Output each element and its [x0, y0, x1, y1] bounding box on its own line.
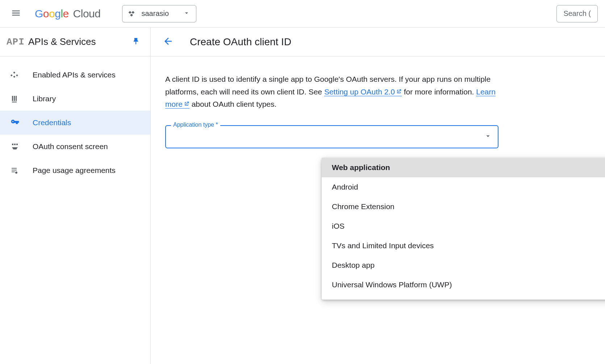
back-button[interactable]: [161, 35, 175, 49]
application-type-dropdown: Web application Android Chrome Extension…: [322, 158, 605, 300]
sidebar-item-library[interactable]: Library: [0, 87, 150, 111]
dropdown-option-uwp[interactable]: Universal Windows Platform (UWP): [322, 275, 605, 295]
sidebar-item-label: Credentials: [33, 118, 71, 127]
dropdown-option-chrome-extension[interactable]: Chrome Extension: [322, 197, 605, 216]
project-name: saarasio: [141, 9, 177, 18]
sidebar-header: API APIs & Services: [0, 27, 150, 56]
dropdown-option-web-application[interactable]: Web application: [322, 158, 605, 177]
sidebar-item-label: OAuth consent screen: [33, 142, 108, 151]
sidebar-title: APIs & Services: [28, 36, 129, 47]
search-box[interactable]: Search (: [556, 5, 598, 22]
project-picker[interactable]: saarasio: [122, 5, 196, 22]
api-badge: API: [7, 37, 28, 47]
main-content: Create OAuth client ID A client ID is us…: [151, 27, 605, 364]
consent-icon: [9, 141, 20, 152]
pin-icon: [132, 37, 140, 47]
arrow-left-icon: [163, 36, 174, 48]
google-cloud-logo[interactable]: Google Cloud: [35, 8, 100, 20]
external-link-icon: [396, 86, 402, 98]
page-title: Create OAuth client ID: [190, 36, 291, 48]
content-area: A client ID is used to identify a single…: [151, 56, 513, 165]
sidebar-item-label: Page usage agreements: [33, 166, 116, 175]
pin-button[interactable]: [129, 35, 143, 49]
dropdown-option-desktop[interactable]: Desktop app: [322, 255, 605, 275]
sidebar-item-page-usage[interactable]: Page usage agreements: [0, 158, 150, 182]
sidebar-item-credentials[interactable]: Credentials: [0, 111, 150, 135]
key-icon: [9, 117, 20, 128]
external-link-icon: [184, 98, 189, 111]
select-label: Application type *: [171, 122, 220, 128]
diamond-icon: [9, 69, 20, 80]
dropdown-option-android[interactable]: Android: [322, 177, 605, 197]
description-text: A client ID is used to identify a single…: [165, 73, 498, 111]
dropdown-option-tvs[interactable]: TVs and Limited Input devices: [322, 236, 605, 255]
page-header: Create OAuth client ID: [151, 27, 605, 56]
search-placeholder: Search (: [563, 9, 591, 18]
dropdown-option-ios[interactable]: iOS: [322, 216, 605, 236]
application-type-select[interactable]: Application type *: [165, 125, 498, 148]
sidebar-item-label: Library: [33, 94, 56, 103]
sidebar: API APIs & Services Enabled APIs & servi…: [0, 27, 151, 364]
caret-down-icon: [484, 132, 492, 141]
caret-down-icon: [183, 9, 190, 18]
project-icon: [128, 10, 135, 18]
hamburger-menu-button[interactable]: [7, 5, 25, 22]
top-bar: Google Cloud saarasio Search (: [0, 0, 605, 27]
sidebar-item-enabled-apis[interactable]: Enabled APIs & services: [0, 63, 150, 87]
sidebar-item-label: Enabled APIs & services: [33, 71, 116, 79]
sidebar-item-oauth-consent[interactable]: OAuth consent screen: [0, 135, 150, 158]
menu-icon: [11, 8, 21, 19]
sidebar-nav: Enabled APIs & services Library Credenti…: [0, 56, 150, 182]
setup-oauth-link[interactable]: Setting up OAuth 2.0: [324, 88, 402, 96]
library-icon: [9, 93, 20, 104]
agreements-icon: [9, 165, 20, 176]
